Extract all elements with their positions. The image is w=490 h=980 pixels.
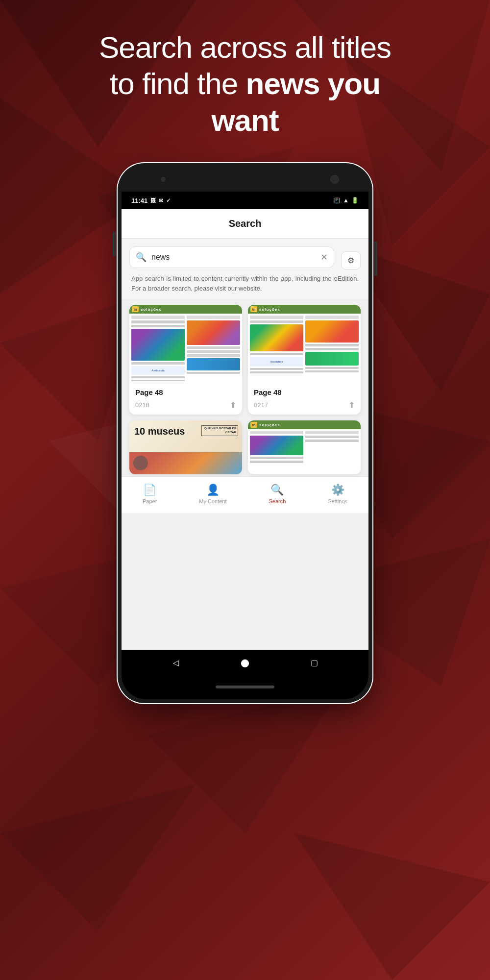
museum-title: 10 museus (134, 426, 185, 437)
card-page-2: Page 48 (254, 388, 355, 396)
wifi-icon: ▲ (343, 197, 349, 204)
settings-icon: ⚙️ (331, 484, 344, 496)
nav-my-content-label: My Content (199, 498, 226, 504)
museum-subtitle: QUE VAIS GOSTAR DE VISITAR (204, 427, 236, 434)
results-grid: tn soluções (122, 299, 368, 420)
card-meta-2: 0217 ⬆ (254, 400, 355, 410)
card-number-2: 0217 (254, 401, 268, 409)
app-header: Search (122, 209, 368, 239)
card-number-1: 0218 (135, 401, 149, 409)
share-button-2[interactable]: ⬆ (348, 400, 355, 410)
bottom-navigation: 📄 Paper 👤 My Content 🔍 Search ⚙️ Setting… (122, 476, 368, 513)
paper-icon: 📄 (143, 484, 156, 496)
nav-paper[interactable]: 📄 Paper (135, 482, 165, 506)
search-area: 🔍 news ✕ ⚙ App search is limited to cont… (122, 239, 368, 299)
photo-icon: 🖼 (150, 197, 156, 203)
np-title-4: soluções (259, 423, 280, 427)
vibrate-icon: 📳 (333, 197, 341, 204)
my-content-icon: 👤 (206, 484, 220, 496)
battery-icon: 🔋 (351, 197, 359, 204)
newspaper-preview-1: tn soluções (129, 305, 242, 383)
card-info-2: Page 48 0217 ⬆ (248, 383, 361, 415)
phone-mockup: 11:41 🖼 ✉ ✓ 📳 ▲ 🔋 Search (118, 163, 372, 703)
np-logo-2: tn (250, 306, 257, 312)
app-screen: Search 🔍 news ✕ ⚙ App search is (122, 209, 368, 650)
card-page-1: Page 48 (135, 388, 236, 396)
hero-title: Search across all titles to find the new… (29, 29, 461, 139)
museum-card-image: 10 museus QUE VAIS GOSTAR DE VISITAR (129, 420, 242, 474)
home-indicator[interactable] (216, 686, 274, 688)
home-bar (122, 675, 368, 699)
nav-paper-label: Paper (143, 498, 157, 504)
mail-icon: ✉ (159, 197, 163, 204)
card-info-1: Page 48 0218 ⬆ (129, 383, 242, 415)
search-nav-icon: 🔍 (270, 484, 284, 496)
screen-title: Search (131, 218, 359, 229)
nav-my-content[interactable]: 👤 My Content (191, 482, 234, 506)
card-image-1: tn soluções (129, 305, 242, 383)
svg-marker-12 (0, 784, 196, 931)
card-meta-1: 0218 ⬆ (135, 400, 236, 410)
np-logo-1: tn (132, 306, 139, 312)
nav-search[interactable]: 🔍 Search (261, 482, 294, 506)
search-notice: App search is limited to content current… (129, 274, 361, 293)
home-button[interactable]: ⬤ (240, 658, 250, 667)
selfie-camera (330, 175, 339, 184)
card-image-2: tn soluções Assinatura (248, 305, 361, 383)
search-icon: 🔍 (136, 252, 147, 263)
np-logo-4: tn (250, 422, 257, 428)
np-title-1: soluções (141, 307, 162, 312)
result-card-2[interactable]: tn soluções Assinatura (248, 305, 361, 415)
status-right: 📳 ▲ 🔋 (333, 197, 359, 204)
card4-image: tn soluções (248, 420, 361, 474)
check-icon: ✓ (166, 197, 171, 204)
power-button (374, 242, 377, 276)
filter-button[interactable]: ⚙ (341, 251, 361, 270)
clear-search-button[interactable]: ✕ (320, 252, 328, 263)
status-bar: 11:41 🖼 ✉ ✓ 📳 ▲ 🔋 (122, 192, 368, 209)
nav-search-label: Search (269, 498, 286, 504)
result-card-3[interactable]: 10 museus QUE VAIS GOSTAR DE VISITAR (129, 420, 242, 474)
status-left: 11:41 🖼 ✉ ✓ (131, 197, 171, 204)
search-bar[interactable]: 🔍 news ✕ (129, 246, 334, 268)
android-nav-bar: ◁ ⬤ ▢ (122, 650, 368, 675)
time-display: 11:41 (131, 197, 147, 204)
back-button[interactable]: ◁ (171, 658, 181, 667)
search-input[interactable]: news (151, 253, 316, 262)
nav-settings-label: Settings (328, 498, 347, 504)
svg-marker-13 (294, 833, 490, 980)
hero-section: Search across all titles to find the new… (0, 0, 490, 158)
result-card-1[interactable]: tn soluções (129, 305, 242, 415)
front-camera (161, 177, 166, 182)
newspaper-preview-2: tn soluções Assinatura (248, 305, 361, 383)
recents-button[interactable]: ▢ (309, 658, 319, 667)
result-card-4[interactable]: tn soluções (248, 420, 361, 474)
filter-icon: ⚙ (347, 256, 354, 265)
newspaper-preview-4: tn soluções (248, 420, 361, 474)
np-title-2: soluções (259, 307, 280, 312)
share-button-1[interactable]: ⬆ (230, 400, 236, 410)
volume-button (113, 232, 116, 256)
search-row: 🔍 news ✕ ⚙ (129, 246, 361, 274)
phone-wrapper: 11:41 🖼 ✉ ✓ 📳 ▲ 🔋 Search (0, 158, 490, 703)
phone-screen: 11:41 🖼 ✉ ✓ 📳 ▲ 🔋 Search (122, 167, 368, 699)
results-grid-partial: 10 museus QUE VAIS GOSTAR DE VISITAR (122, 420, 368, 476)
nav-settings[interactable]: ⚙️ Settings (320, 482, 355, 506)
camera-area (122, 167, 368, 192)
